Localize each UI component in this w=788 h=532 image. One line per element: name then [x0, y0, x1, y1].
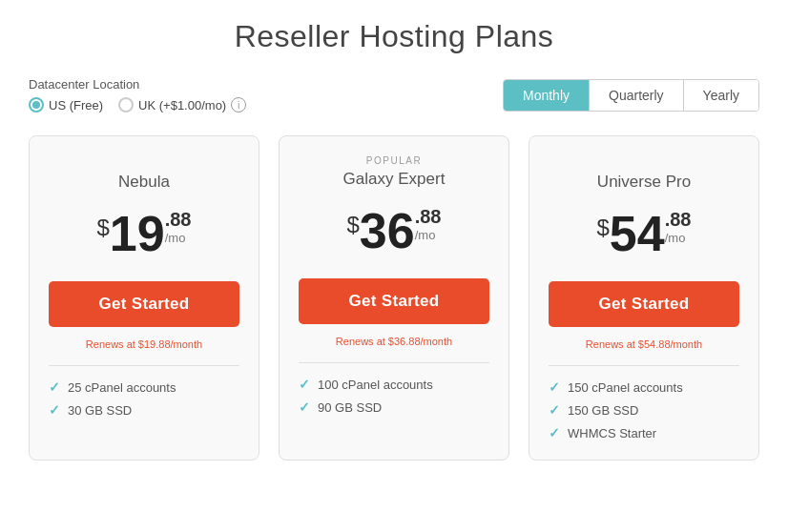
price-main-universe-pro: 54 [610, 209, 665, 258]
info-icon[interactable]: i [231, 97, 246, 113]
feature-universe-pro-0: ✓ 150 cPanel accounts [549, 379, 739, 395]
renews-galaxy-expert: Renews at $36.88/month [336, 336, 452, 347]
datacenter-us-label: US (Free) [49, 98, 103, 113]
check-icon-universe-pro-1: ✓ [549, 402, 560, 418]
price-period-nebula: /mo [165, 231, 192, 245]
datacenter-label: Datacenter Location [29, 77, 246, 92]
feature-text-nebula-0: 25 cPanel accounts [68, 380, 176, 395]
plan-name-galaxy-expert: Galaxy Expert [343, 170, 446, 189]
features-universe-pro: ✓ 150 cPanel accounts ✓ 150 GB SSD ✓ WHM… [549, 379, 739, 440]
renews-nebula: Renews at $19.88/month [86, 338, 202, 350]
feature-text-universe-pro-0: 150 cPanel accounts [568, 380, 683, 395]
controls-row: Datacenter Location US (Free) UK (+$1.00… [29, 77, 759, 113]
tab-quarterly[interactable]: Quarterly [590, 80, 684, 111]
price-block-galaxy-expert: $ 36 .88 /mo [346, 206, 441, 256]
feature-galaxy-expert-1: ✓ 90 GB SSD [299, 399, 489, 415]
divider-universe-pro [549, 365, 739, 366]
check-icon-universe-pro-2: ✓ [549, 425, 560, 440]
plan-card-universe-pro: Universe Pro $ 54 .88 /mo Get Started Re… [529, 135, 759, 460]
feature-text-universe-pro-1: 150 GB SSD [568, 403, 638, 418]
price-main-nebula: 19 [110, 209, 165, 258]
get-started-galaxy-expert[interactable]: Get Started [299, 278, 489, 324]
billing-tabs: Monthly Quarterly Yearly [503, 79, 759, 112]
radio-uk-icon [118, 97, 134, 113]
popular-badge: POPULAR [366, 155, 422, 166]
price-main-galaxy-expert: 36 [360, 206, 415, 256]
get-started-universe-pro[interactable]: Get Started [549, 281, 739, 327]
feature-nebula-1: ✓ 30 GB SSD [49, 402, 239, 418]
tab-monthly[interactable]: Monthly [504, 80, 590, 111]
price-cents-period-nebula: .88 /mo [165, 209, 192, 245]
price-dollar-universe-pro: $ [596, 215, 609, 241]
check-icon-nebula-0: ✓ [49, 379, 60, 395]
price-cents-period-galaxy-expert: .88 /mo [415, 206, 442, 242]
feature-text-nebula-1: 30 GB SSD [68, 403, 132, 418]
datacenter-us-option[interactable]: US (Free) [29, 97, 103, 113]
plan-name-nebula: Nebula [118, 173, 170, 192]
features-galaxy-expert: ✓ 100 cPanel accounts ✓ 90 GB SSD [299, 377, 489, 415]
feature-text-galaxy-expert-1: 90 GB SSD [318, 400, 382, 415]
renews-universe-pro: Renews at $54.88/month [586, 338, 702, 350]
price-block-universe-pro: $ 54 .88 /mo [596, 209, 691, 258]
features-nebula: ✓ 25 cPanel accounts ✓ 30 GB SSD [49, 379, 239, 418]
plan-name-universe-pro: Universe Pro [597, 173, 691, 192]
get-started-nebula[interactable]: Get Started [49, 281, 239, 327]
divider-galaxy-expert [299, 362, 489, 363]
price-period-galaxy-expert: /mo [415, 228, 442, 242]
divider-nebula [49, 365, 239, 366]
feature-nebula-0: ✓ 25 cPanel accounts [49, 379, 239, 395]
plan-card-galaxy-expert: POPULAR Galaxy Expert $ 36 .88 /mo Get S… [279, 135, 509, 460]
feature-galaxy-expert-0: ✓ 100 cPanel accounts [299, 377, 489, 392]
datacenter-section: Datacenter Location US (Free) UK (+$1.00… [29, 77, 246, 113]
feature-universe-pro-1: ✓ 150 GB SSD [549, 402, 739, 418]
plan-card-nebula: Nebula $ 19 .88 /mo Get Started Renews a… [29, 135, 259, 460]
radio-us-icon [29, 97, 44, 113]
datacenter-options: US (Free) UK (+$1.00/mo) i [29, 97, 246, 113]
price-cents-nebula: .88 [165, 209, 192, 231]
feature-universe-pro-2: ✓ WHMCS Starter [549, 425, 739, 440]
tab-yearly[interactable]: Yearly [684, 80, 758, 111]
page-title: Reseller Hosting Plans [29, 19, 759, 54]
price-cents-period-universe-pro: .88 /mo [665, 209, 692, 245]
price-cents-universe-pro: .88 [665, 209, 692, 231]
price-dollar-galaxy-expert: $ [346, 212, 359, 238]
plans-grid: Nebula $ 19 .88 /mo Get Started Renews a… [29, 135, 759, 460]
price-block-nebula: $ 19 .88 /mo [96, 209, 191, 258]
price-period-universe-pro: /mo [665, 231, 692, 245]
datacenter-uk-label: UK (+$1.00/mo) [138, 98, 226, 113]
check-icon-universe-pro-0: ✓ [549, 379, 560, 395]
check-icon-nebula-1: ✓ [49, 402, 60, 418]
price-dollar-nebula: $ [96, 215, 109, 241]
feature-text-universe-pro-2: WHMCS Starter [568, 426, 656, 440]
check-icon-galaxy-expert-0: ✓ [299, 377, 310, 392]
price-cents-galaxy-expert: .88 [415, 206, 442, 228]
datacenter-uk-option[interactable]: UK (+$1.00/mo) i [118, 97, 246, 113]
check-icon-galaxy-expert-1: ✓ [299, 399, 310, 415]
feature-text-galaxy-expert-0: 100 cPanel accounts [318, 378, 433, 392]
